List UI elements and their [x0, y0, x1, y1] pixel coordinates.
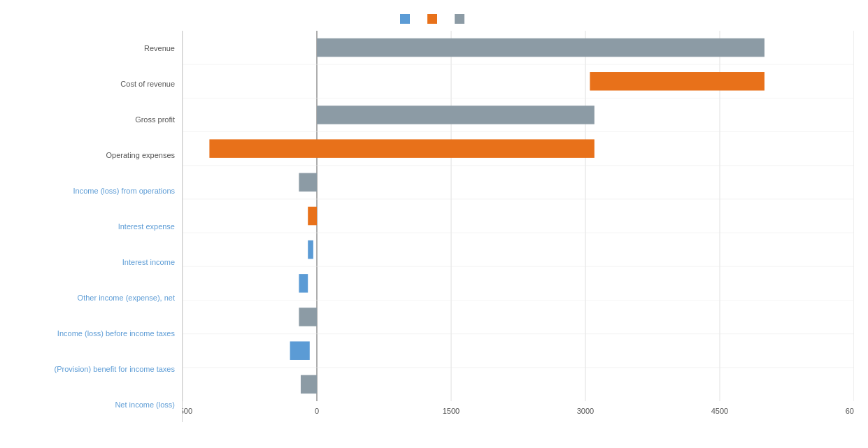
bar-8 [299, 308, 317, 326]
legend-increase [400, 14, 413, 24]
bar-5 [308, 207, 317, 226]
y-label-other-income: Other income (expense), net [14, 280, 182, 315]
y-label-interest-income: Interest income [14, 245, 182, 280]
y-label-net-income: Net income (loss) [14, 387, 182, 422]
legend-decrease [427, 14, 441, 24]
y-label-revenue: Revenue [14, 31, 182, 66]
y-label-operating-expenses: Operating expenses [14, 138, 182, 173]
svg-text:1500: 1500 [443, 407, 460, 415]
svg-text:6000: 6000 [846, 407, 854, 415]
decrease-swatch [427, 14, 437, 24]
chart-area: Revenue Cost of revenue Gross profit Ope… [14, 31, 854, 422]
plot-area: -150001500300045006000 [182, 31, 854, 422]
bar-2 [317, 106, 595, 124]
bar-4 [299, 173, 317, 192]
bar-0 [317, 38, 764, 57]
chart-svg: -150001500300045006000 [183, 31, 854, 422]
y-label-income-before-taxes: Income (loss) before income taxes [14, 316, 182, 351]
y-label-income-loss-ops: Income (loss) from operations [14, 173, 182, 208]
y-label-interest-expense: Interest expense [14, 209, 182, 244]
increase-swatch [400, 14, 410, 24]
total-swatch [455, 14, 464, 24]
legend-total [455, 14, 468, 24]
y-labels: Revenue Cost of revenue Gross profit Ope… [14, 31, 182, 422]
bar-1 [590, 72, 764, 91]
bar-3 [209, 139, 594, 158]
legend [14, 14, 854, 24]
chart-container: Revenue Cost of revenue Gross profit Ope… [0, 0, 868, 448]
svg-text:-1500: -1500 [183, 407, 192, 415]
svg-text:0: 0 [315, 407, 319, 415]
bar-7 [299, 274, 308, 293]
bar-6 [308, 240, 313, 259]
y-label-provision: (Provision) benefit for income taxes [14, 352, 182, 386]
y-label-gross-profit: Gross profit [14, 102, 182, 137]
bar-10 [301, 375, 317, 394]
svg-text:4500: 4500 [711, 407, 728, 415]
bar-9 [290, 341, 310, 360]
svg-text:3000: 3000 [577, 407, 594, 415]
y-label-cost-of-revenue: Cost of revenue [14, 66, 182, 101]
